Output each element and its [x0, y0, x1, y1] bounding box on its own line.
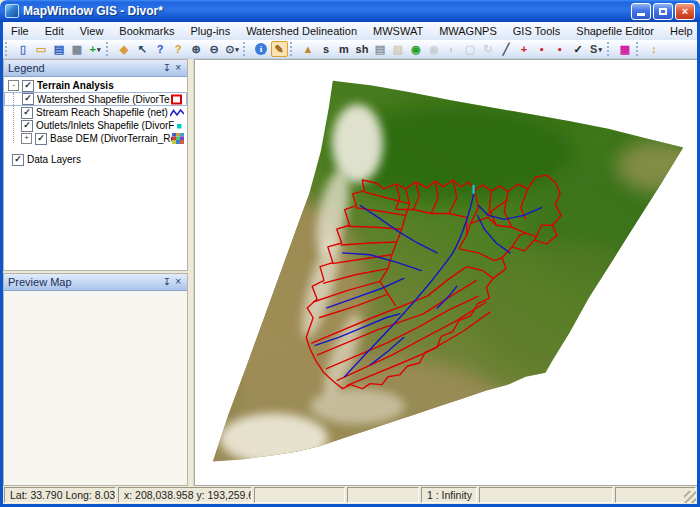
collapse-icon[interactable]: - [8, 80, 19, 91]
menu-plug-ins[interactable]: Plug-ins [182, 23, 238, 39]
clear-selection-button[interactable]: ? [152, 41, 169, 57]
legend-item-label: Base DEM (DivorTerrain_Reprojected.asc [50, 133, 172, 144]
add-layer-button[interactable]: +▾ [87, 41, 104, 57]
menu-mwswat[interactable]: MWSWAT [365, 23, 431, 39]
menu-edit[interactable]: Edit [37, 23, 72, 39]
add-shape-button[interactable]: s [318, 41, 335, 57]
legend-pin-icon[interactable]: ↧ [161, 63, 173, 73]
preview-panel-header[interactable]: Preview Map ↧ × [4, 274, 187, 291]
legend-item-stream-reach-shapefile[interactable]: ✓Stream Reach Shapefile (net) (DivorTerr… [4, 106, 187, 119]
rotate-shape-icon: ↻ [483, 44, 492, 55]
legend-panel-header[interactable]: Legend ↧ × [4, 60, 187, 77]
move-vertex-button[interactable]: m [336, 41, 353, 57]
zoom-mode-icon: ⊙ [225, 44, 234, 55]
show-vertices-button[interactable]: sh [354, 41, 371, 57]
print-icon: ▦ [72, 44, 82, 55]
copy-shape-icon: ▤ [375, 44, 385, 55]
resize-grip[interactable] [684, 491, 696, 503]
status-section-1: Lat: 33.790 Long: 8.039 [4, 487, 116, 503]
rotate-shape-button[interactable]: ↻ [480, 41, 497, 57]
menu-watershed-delineation[interactable]: Watershed Delineation [238, 23, 365, 39]
remove-vertex-icon: ▪ [558, 44, 562, 55]
zoom-mode-button[interactable]: ⊙▾ [224, 41, 241, 57]
apply-edits-icon: ✓ [573, 44, 582, 55]
minimize-button[interactable] [631, 3, 651, 20]
draw-line-button[interactable]: ╱ [498, 41, 515, 57]
save-project-button[interactable]: ▤ [51, 41, 68, 57]
show-vertices-icon: sh [356, 44, 369, 55]
snapshot-button[interactable]: ▲ [300, 41, 317, 57]
legend-item-terrain-analysis[interactable]: -✓Terrain Analysis [4, 79, 187, 92]
union-shapes-button[interactable]: ◉ [426, 41, 443, 57]
zoom-out-button[interactable]: ⊖ [206, 41, 223, 57]
remove-vertex-button[interactable]: ▪ [552, 41, 569, 57]
layer-visibility-checkbox[interactable]: ✓ [22, 93, 34, 105]
toolbar-grip [636, 42, 643, 56]
legend-item-label: Data Layers [27, 154, 81, 165]
pan-button[interactable]: ◈ [116, 41, 133, 57]
move-feature-icon: + [521, 44, 527, 55]
merge-shapes-button[interactable]: ◉ [408, 41, 425, 57]
map-canvas[interactable] [194, 59, 697, 486]
menu-help[interactable]: Help [662, 23, 700, 39]
status-section-3 [254, 487, 345, 503]
menu-shapefile-editor[interactable]: Shapefile Editor [568, 23, 662, 39]
snap-mode-dropdown-icon[interactable]: ▾ [598, 46, 602, 53]
erase-shape-button[interactable]: ◐ [444, 41, 461, 57]
menu-mwagnps[interactable]: MWAGNPS [431, 23, 505, 39]
apply-edits-button[interactable]: ✓ [570, 41, 587, 57]
legend-close-icon[interactable]: × [173, 63, 183, 73]
edit-shapefile-button[interactable]: ✎ [271, 41, 288, 57]
legend-item-label: Stream Reach Shapefile (net) (DivorTerra… [36, 107, 170, 118]
layer-up-down-button[interactable]: ↕ [646, 41, 663, 57]
zoom-mode-dropdown-icon[interactable]: ▾ [235, 46, 239, 53]
open-project-button[interactable]: ▭ [33, 41, 50, 57]
legend-item-watershed-shapefile[interactable]: ✓Watershed Shapefile (DivorTerrain_Repro… [4, 92, 187, 106]
legend-item-base-dem[interactable]: +✓Base DEM (DivorTerrain_Reprojected.asc [4, 132, 187, 145]
print-button[interactable]: ▦ [69, 41, 86, 57]
preview-map-canvas[interactable] [4, 291, 187, 485]
legend-item-data-layers[interactable]: ✓Data Layers [4, 153, 187, 166]
select-button[interactable]: ↖ [134, 41, 151, 57]
gis-tools-button[interactable]: ▦ [617, 41, 634, 57]
main-area: Legend ↧ × -✓Terrain Analysis✓Watershed … [3, 59, 697, 486]
add-shape-icon: s [323, 44, 329, 55]
layer-visibility-checkbox[interactable]: ✓ [21, 120, 33, 132]
zoom-in-icon: ⊕ [191, 44, 200, 55]
layer-visibility-checkbox[interactable]: ✓ [12, 154, 24, 166]
add-vertex-button[interactable]: ▪ [534, 41, 551, 57]
title-bar[interactable]: MapWindow GIS - Divor* × [0, 0, 700, 22]
status-section-4 [347, 487, 419, 503]
identify-icon: ? [175, 44, 182, 55]
menu-file[interactable]: File [3, 23, 37, 39]
layer-visibility-checkbox[interactable]: ✓ [21, 107, 33, 119]
add-layer-dropdown-icon[interactable]: ▾ [97, 46, 101, 53]
move-vertex-icon: m [339, 44, 349, 55]
close-button[interactable]: × [675, 3, 695, 20]
menu-bookmarks[interactable]: Bookmarks [111, 23, 182, 39]
zoom-in-button[interactable]: ⊕ [188, 41, 205, 57]
menu-gis-tools[interactable]: GIS Tools [505, 23, 569, 39]
expand-icon[interactable]: + [21, 133, 32, 144]
paste-shape-button[interactable]: ▥ [390, 41, 407, 57]
info-button[interactable]: i [253, 41, 270, 57]
legend-item-label: Outlets/Inlets Shapefile (DivorFinalOutl… [36, 120, 174, 131]
select-box-button[interactable]: ▢ [462, 41, 479, 57]
window-frame: FileEditViewBookmarksPlug-insWatershed D… [0, 22, 700, 507]
identify-button[interactable]: ? [170, 41, 187, 57]
legend-item-outlets-shapefile[interactable]: ✓Outlets/Inlets Shapefile (DivorFinalOut… [4, 119, 187, 132]
move-feature-button[interactable]: + [516, 41, 533, 57]
new-project-button[interactable]: ▯ [15, 41, 32, 57]
copy-shape-button[interactable]: ▤ [372, 41, 389, 57]
status-bar: Lat: 33.790 Long: 8.039x: 208,038.958 y:… [3, 486, 697, 504]
layer-visibility-checkbox[interactable]: ✓ [35, 133, 47, 145]
window-title: MapWindow GIS - Divor* [23, 4, 631, 18]
preview-close-icon[interactable]: × [173, 277, 183, 287]
menu-view[interactable]: View [72, 23, 112, 39]
layer-visibility-checkbox[interactable]: ✓ [22, 80, 34, 92]
snapshot-icon: ▲ [303, 44, 314, 55]
preview-pin-icon[interactable]: ↧ [161, 277, 173, 287]
maximize-button[interactable] [653, 3, 673, 20]
snap-mode-button[interactable]: S▾ [588, 41, 605, 57]
legend-item-label: Watershed Shapefile (DivorTerrain_Reproj [37, 94, 170, 105]
